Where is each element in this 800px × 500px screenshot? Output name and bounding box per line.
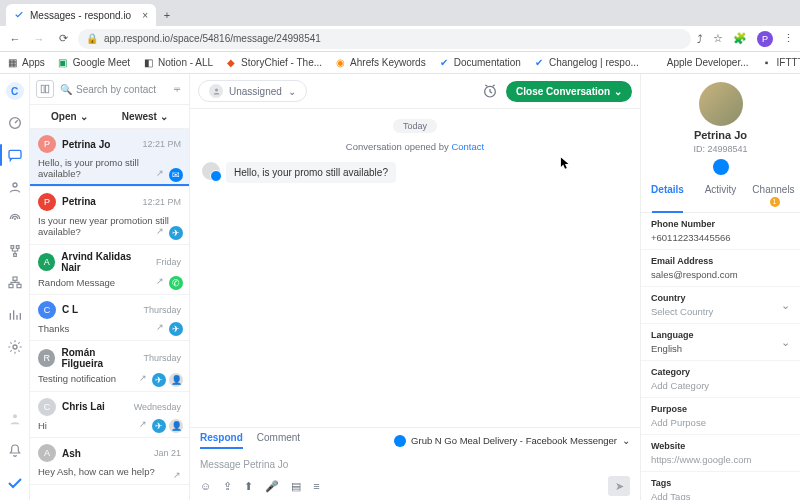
rail-user[interactable] (6, 410, 24, 428)
rail-broadcast[interactable] (6, 210, 24, 228)
bookmark-storychief[interactable]: ◆StoryChief - The... (225, 57, 322, 69)
menu-icon[interactable]: ⋮ (783, 32, 794, 45)
story-icon: ◆ (225, 57, 237, 69)
share-icon[interactable]: ⤴ (697, 33, 703, 45)
contact-avatar: C (38, 398, 56, 416)
channel-icons: ↗✈👤 (139, 419, 183, 433)
tg-icon: ✈ (152, 373, 166, 387)
contact-name: Román Filgueira (61, 347, 137, 369)
browser-tab[interactable]: Messages - respond.io × (6, 4, 156, 26)
bookmark-apple-dev[interactable]: Apple Developer... (651, 57, 749, 69)
bookmark-changelog[interactable]: ✔Changelog | respo... (533, 57, 639, 69)
new-tab-button[interactable]: + (156, 4, 178, 26)
bookmark-notion[interactable]: ◧Notion - ALL (142, 57, 213, 69)
bookmark-apps[interactable]: ▦Apps (6, 57, 45, 69)
tab-respond[interactable]: Respond (200, 432, 243, 449)
rail-dashboard[interactable] (6, 114, 24, 132)
search-icon: 🔍 (60, 84, 72, 95)
back-button[interactable]: ← (6, 30, 24, 48)
template-icon[interactable]: ≡ (313, 480, 319, 492)
field-website-label: Website (651, 441, 790, 451)
notion-icon: ◧ (142, 57, 154, 69)
attach-icon[interactable]: ⇪ (223, 480, 232, 493)
rail-org[interactable] (6, 274, 24, 292)
details-pane: Petrina Jo ID: 24998541 Details Activity… (640, 74, 800, 500)
channel-selector[interactable]: Grub N Go Meal Delivery - Facebook Messe… (394, 432, 630, 449)
composer-input[interactable]: Message Petrina Jo (200, 455, 630, 476)
search-input[interactable]: 🔍 Search by contact (60, 84, 166, 95)
field-tags-value[interactable]: Add Tags (651, 491, 790, 500)
lock-icon: 🔒 (86, 33, 98, 44)
field-category-value[interactable]: Add Category (651, 380, 790, 391)
bookmark-label: Apple Developer... (667, 57, 749, 68)
snooze-button[interactable] (482, 83, 498, 99)
conversation-item[interactable]: CC LThursdayThanks↗✈ (30, 295, 189, 341)
forward-button[interactable]: → (30, 30, 48, 48)
bookmark-ahrefs[interactable]: ◉Ahrefs Keywords (334, 57, 426, 69)
tg-icon: ✈ (152, 419, 166, 433)
contact-avatar: P (38, 135, 56, 153)
conversation-item[interactable]: AArvind Kalidas NairFridayRandom Message… (30, 245, 189, 295)
agent-avatar-icon: 👤 (169, 373, 183, 387)
channel-icons: ↗✈ (156, 322, 183, 336)
rail-messages[interactable] (6, 146, 24, 164)
bookmark-label: StoryChief - The... (241, 57, 322, 68)
send-button[interactable]: ➤ (608, 476, 630, 496)
agent-avatar-icon: 👤 (169, 419, 183, 433)
outbound-arrow-icon: ↗ (139, 419, 147, 433)
svg-point-8 (13, 414, 17, 418)
field-purpose-value[interactable]: Add Purpose (651, 417, 790, 428)
rail-contacts[interactable] (6, 178, 24, 196)
conversation-item[interactable]: CChris LaiWednesdayHi↗✈👤 (30, 392, 189, 438)
workspace-logo[interactable]: C (6, 82, 24, 100)
inbox-toggle[interactable] (36, 80, 54, 98)
field-website-value[interactable]: https://www.google.com (651, 454, 790, 465)
details-tab-details[interactable]: Details (641, 179, 694, 212)
rail-workflows[interactable] (6, 242, 24, 260)
field-phone-value[interactable]: +60112233445566 (651, 232, 790, 243)
star-icon[interactable]: ☆ (713, 32, 723, 45)
profile-avatar[interactable]: P (757, 31, 773, 47)
chevron-down-icon: ⌄ (614, 86, 622, 97)
mouse-cursor (560, 157, 570, 171)
system-message: Conversation opened by Contact (202, 141, 628, 152)
details-tab-activity[interactable]: Activity (694, 179, 747, 212)
field-language-label: Language (651, 330, 694, 340)
voice-icon[interactable]: 🎤 (265, 480, 279, 493)
bookmark-ifttt[interactable]: ▪IFTTT (761, 57, 800, 69)
search-placeholder: Search by contact (76, 84, 156, 95)
conversation-item[interactable]: AAshJan 21Hey Ash, how can we help?↗ (30, 438, 189, 484)
field-language-value[interactable]: English (651, 343, 694, 354)
emoji-icon[interactable]: ☺ (200, 480, 211, 492)
sort-label: Newest (122, 111, 157, 122)
field-email-value[interactable]: sales@respond.com (651, 269, 790, 280)
rail-reports[interactable] (6, 306, 24, 324)
rail-notifications[interactable] (6, 442, 24, 460)
status-filter[interactable]: Open⌄ (51, 111, 88, 122)
tab-comment[interactable]: Comment (257, 432, 300, 449)
rail-respond-logo[interactable] (6, 474, 24, 492)
system-message-link[interactable]: Contact (451, 141, 484, 152)
bookmark-documentation[interactable]: ✔Documentation (438, 57, 521, 69)
details-tab-channels[interactable]: Channels1 (747, 179, 800, 212)
bookmark-meet[interactable]: ▣Google Meet (57, 57, 130, 69)
field-country-value[interactable]: Select Country (651, 306, 713, 317)
tab-title: Messages - respond.io (30, 10, 131, 21)
upload-icon[interactable]: ⬆ (244, 480, 253, 493)
extensions-icon[interactable]: 🧩 (733, 32, 747, 45)
reload-button[interactable]: ⟳ (54, 30, 72, 48)
sort-filter[interactable]: Newest⌄ (122, 111, 168, 122)
date-pill: Today (393, 119, 437, 133)
close-conversation-button[interactable]: Close Conversation ⌄ (506, 81, 632, 102)
snippet-icon[interactable]: ▤ (291, 480, 301, 493)
conversation-item[interactable]: PPetrina Jo12:21 PMHello, is your promo … (30, 129, 189, 187)
respond-favicon (14, 10, 24, 20)
assignee-dropdown[interactable]: Unassigned ⌄ (198, 80, 307, 102)
assignee-label: Unassigned (229, 86, 282, 97)
conversation-item[interactable]: PPetrina12:21 PMIs your new year promoti… (30, 187, 189, 245)
conversation-item[interactable]: RRomán FilgueiraThursdayTesting notifica… (30, 341, 189, 391)
filter-icon[interactable]: ⫧ (172, 83, 183, 95)
rail-settings[interactable] (6, 338, 24, 356)
address-bar[interactable]: 🔒 app.respond.io/space/54816/message/249… (78, 29, 691, 49)
tab-close-icon[interactable]: × (142, 10, 148, 21)
